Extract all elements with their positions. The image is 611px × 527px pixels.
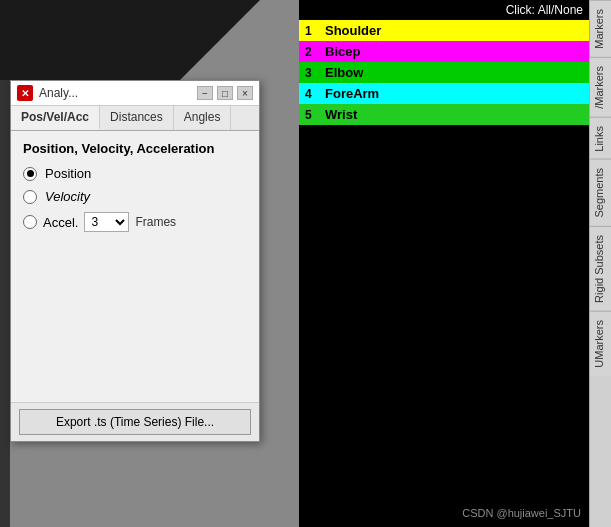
marker-row[interactable]: 5Wrist — [299, 104, 589, 125]
dialog-tab-bar: Pos/Vel/Acc Distances Angles — [11, 106, 259, 131]
dialog-content: Position, Velocity, Acceleration Positio… — [11, 131, 259, 242]
marker-row[interactable]: 2Bicep — [299, 41, 589, 62]
vtab-umarkers[interactable]: UMarkers — [590, 311, 612, 376]
analysis-dialog: ✕ Analy... − □ × Pos/Vel/Acc Distances A… — [10, 80, 260, 442]
radio-row-accel: Accel. 3 5 7 9 Frames — [23, 212, 247, 232]
marker-num: 2 — [305, 45, 321, 59]
tab-angles[interactable]: Angles — [174, 106, 232, 130]
tab-pos-vel-acc[interactable]: Pos/Vel/Acc — [11, 106, 100, 130]
dialog-spacer — [11, 242, 259, 402]
export-button[interactable]: Export .ts (Time Series) File... — [19, 409, 251, 435]
label-accel: Accel. — [43, 215, 78, 230]
marker-name: Wrist — [325, 107, 357, 122]
marker-name: Bicep — [325, 44, 360, 59]
markers-panel: Click: All/None 1Shoulder2Bicep3Elbow4Fo… — [299, 0, 589, 527]
vtab-/markers[interactable]: /Markers — [590, 57, 612, 117]
marker-name: Shoulder — [325, 23, 381, 38]
marker-num: 5 — [305, 108, 321, 122]
radio-group-options: Position Velocity Accel. 3 5 7 9 Frames — [23, 166, 247, 232]
marker-row[interactable]: 1Shoulder — [299, 20, 589, 41]
vtab-rigid-subsets[interactable]: Rigid Subsets — [590, 226, 612, 311]
minimize-button[interactable]: − — [197, 86, 213, 100]
vtab-links[interactable]: Links — [590, 117, 612, 160]
marker-row[interactable]: 4ForeArm — [299, 83, 589, 104]
restore-button[interactable]: □ — [217, 86, 233, 100]
dialog-app-icon: ✕ — [17, 85, 33, 101]
frames-dropdown[interactable]: 3 5 7 9 — [84, 212, 129, 232]
label-velocity: Velocity — [45, 189, 90, 204]
tab-distances[interactable]: Distances — [100, 106, 174, 130]
icon-x: ✕ — [21, 88, 29, 99]
radio-position[interactable] — [23, 167, 37, 181]
marker-row[interactable]: 3Elbow — [299, 62, 589, 83]
marker-name: ForeArm — [325, 86, 379, 101]
dialog-title: Analy... — [39, 86, 78, 100]
close-button[interactable]: × — [237, 86, 253, 100]
vtab-segments[interactable]: Segments — [590, 159, 612, 226]
radio-row-velocity: Velocity — [23, 189, 247, 204]
dialog-titlebar: ✕ Analy... − □ × — [11, 81, 259, 106]
click-all-none[interactable]: Click: All/None — [299, 0, 589, 20]
radio-accel[interactable] — [23, 215, 37, 229]
frames-label: Frames — [135, 215, 176, 229]
marker-num: 4 — [305, 87, 321, 101]
vtab-markers[interactable]: Markers — [590, 0, 612, 57]
radio-velocity[interactable] — [23, 190, 37, 204]
dialog-footer: Export .ts (Time Series) File... — [11, 402, 259, 441]
marker-name: Elbow — [325, 65, 363, 80]
radio-row-position: Position — [23, 166, 247, 181]
label-position: Position — [45, 166, 91, 181]
dialog-window-controls: − □ × — [197, 86, 253, 100]
vertical-tabs-panel: Markers/MarkersLinksSegmentsRigid Subset… — [589, 0, 611, 527]
dialog-title-area: ✕ Analy... — [17, 85, 78, 101]
watermark: CSDN @hujiawei_SJTU — [462, 507, 581, 519]
marker-num: 3 — [305, 66, 321, 80]
section-title: Position, Velocity, Acceleration — [23, 141, 247, 156]
marker-num: 1 — [305, 24, 321, 38]
